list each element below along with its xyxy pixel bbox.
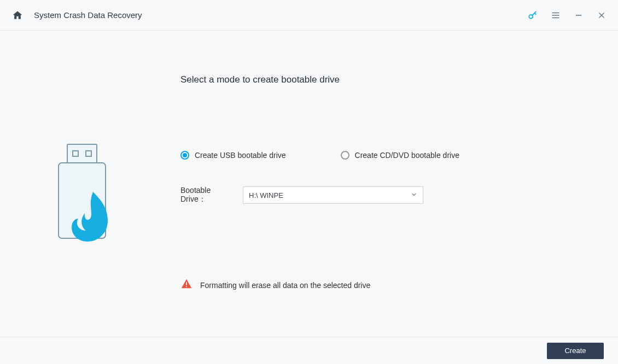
bootable-drive-label: Bootable Drive： [180,186,235,204]
page-title: System Crash Data Recovery [34,10,142,20]
main-panel: Select a mode to create bootable drive C… [164,31,618,337]
key-icon[interactable] [527,10,538,21]
warning-text: Formatting will erase all data on the se… [200,281,370,290]
warning-icon [180,278,193,292]
menu-icon[interactable] [550,10,561,21]
content-area: Select a mode to create bootable drive C… [0,31,618,337]
radio-cd-label: Create CD/DVD bootable drive [355,151,459,160]
radio-usb-label: Create USB bootable drive [195,151,286,160]
svg-rect-11 [186,282,187,285]
usb-illustration [0,31,164,337]
svg-rect-7 [67,144,97,163]
home-icon[interactable] [11,9,24,22]
radio-icon-unselected [341,151,349,160]
footer-bar: Create [0,337,618,364]
mode-radio-group: Create USB bootable drive Create CD/DVD … [180,151,596,160]
bootable-drive-select[interactable]: H:\ WINPE [243,186,423,204]
radio-icon-selected [180,151,189,160]
svg-rect-12 [186,286,187,287]
main-heading: Select a mode to create bootable drive [180,74,596,85]
minimize-button[interactable] [573,10,584,21]
titlebar-controls [527,10,607,21]
radio-cd-bootable[interactable]: Create CD/DVD bootable drive [341,151,459,160]
chevron-down-icon [411,191,417,199]
warning-row: Formatting will erase all data on the se… [180,278,596,292]
create-button[interactable]: Create [547,343,604,359]
bootable-drive-row: Bootable Drive： H:\ WINPE [180,186,596,204]
drive-selected-value: H:\ WINPE [249,191,283,199]
close-button[interactable] [596,10,607,21]
titlebar: System Crash Data Recovery [0,0,618,31]
radio-usb-bootable[interactable]: Create USB bootable drive [180,151,286,160]
